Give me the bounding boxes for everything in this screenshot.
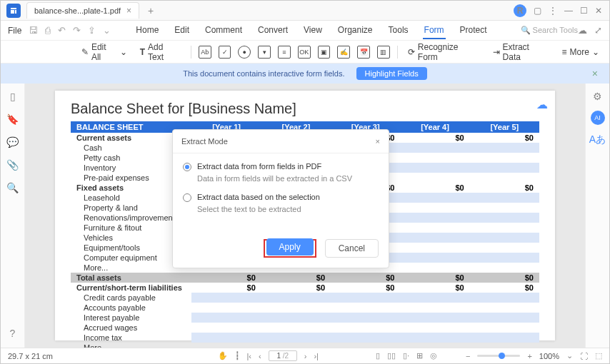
checkbox-icon[interactable]: ✓ [219, 46, 231, 59]
fullscreen-icon[interactable]: ⬚ [595, 351, 602, 360]
cell-value[interactable] [191, 343, 261, 348]
cell-value[interactable] [400, 163, 469, 173]
cell-value[interactable] [470, 263, 539, 273]
cell-value[interactable] [191, 303, 261, 313]
zoom-out-icon[interactable]: − [466, 352, 470, 360]
signature-field-icon[interactable]: ✍ [337, 46, 350, 59]
view-continuous-icon[interactable]: ▯▯ [387, 351, 396, 360]
cell-value[interactable] [400, 193, 469, 203]
cell-value[interactable] [400, 333, 469, 343]
cell-value[interactable] [470, 253, 539, 263]
close-button[interactable]: ✕ [595, 6, 602, 16]
hand-tool-icon[interactable]: ✋ [218, 351, 228, 360]
radio-icon[interactable] [183, 193, 191, 202]
option-extract-selection[interactable]: Extract data based on the selection [183, 193, 379, 202]
comments-icon[interactable]: 💬 [6, 136, 19, 148]
cell-value[interactable] [470, 243, 539, 253]
save-icon[interactable]: 🖫 [29, 25, 38, 36]
help-icon[interactable]: ? [10, 328, 16, 339]
radio-icon[interactable]: ● [238, 46, 251, 59]
option-extract-form-fields[interactable]: Extract data from form fields in PDF [183, 162, 379, 171]
barcode-field-icon[interactable]: ▥ [377, 46, 390, 59]
chevron-down-icon[interactable]: ⌄ [103, 25, 111, 36]
cancel-button[interactable]: Cancel [325, 239, 379, 258]
view-cont-facing-icon[interactable]: ⊞ [416, 351, 423, 360]
view-facing-icon[interactable]: ▯· [403, 351, 409, 360]
menu-organize[interactable]: Organize [336, 22, 374, 39]
highlight-fields-button[interactable]: Highlight Fields [356, 67, 427, 80]
chevron-down-icon[interactable]: ⌄ [566, 351, 573, 360]
cell-value[interactable] [470, 223, 539, 233]
cell-value[interactable] [261, 333, 331, 343]
cell-value[interactable] [400, 173, 469, 183]
translate-icon[interactable]: Aあ [589, 133, 606, 146]
file-menu[interactable]: File [8, 26, 21, 36]
prev-page-icon[interactable]: ‹ [259, 352, 261, 360]
cell-value[interactable] [400, 293, 469, 303]
more-button[interactable]: ≡ More ⌄ [559, 46, 602, 59]
cell-value[interactable] [400, 263, 469, 273]
cell-value[interactable] [470, 173, 539, 183]
cell-value[interactable] [470, 163, 539, 173]
minimize-button[interactable]: — [564, 6, 573, 16]
menu-edit[interactable]: Edit [173, 22, 191, 39]
first-page-icon[interactable]: |‹ [247, 352, 252, 360]
cell-value[interactable] [470, 303, 539, 313]
share-icon[interactable]: ⇪ [88, 25, 96, 36]
redo-icon[interactable]: ↷ [73, 25, 81, 36]
print-icon[interactable]: ⎙ [45, 25, 51, 36]
button-field-icon[interactable]: OK [298, 46, 311, 59]
menu-home[interactable]: Home [134, 22, 160, 39]
add-text-button[interactable]: T Add Text [137, 41, 184, 64]
cell-value[interactable] [400, 343, 469, 348]
cell-value[interactable] [400, 313, 469, 323]
cell-value[interactable] [470, 313, 539, 323]
menu-comment[interactable]: Comment [204, 22, 244, 39]
cell-value[interactable] [191, 323, 261, 333]
zoom-thumb[interactable] [499, 353, 505, 359]
cell-value[interactable] [400, 213, 469, 223]
cell-value[interactable] [470, 233, 539, 243]
cell-value[interactable] [400, 243, 469, 253]
edit-all-button[interactable]: ✎ Edit All ⌄ [79, 41, 130, 64]
radio-icon[interactable] [183, 163, 191, 171]
next-page-icon[interactable]: › [304, 352, 307, 360]
search-tools[interactable]: 🔍 Search Tools [521, 26, 578, 35]
date-field-icon[interactable]: 📅 [357, 46, 370, 59]
cell-value[interactable] [261, 343, 331, 348]
zoom-in-icon[interactable]: + [527, 352, 531, 360]
cell-value[interactable] [470, 213, 539, 223]
cell-value[interactable] [191, 333, 261, 343]
properties-icon[interactable]: ⚙ [593, 91, 602, 102]
menu-form[interactable]: Form [423, 22, 446, 39]
expand-icon[interactable]: ⤢ [594, 25, 602, 36]
cell-value[interactable] [400, 253, 469, 263]
menu-convert[interactable]: Convert [256, 22, 289, 39]
maximize-button[interactable]: ☐ [580, 6, 588, 16]
cell-value[interactable] [400, 143, 469, 153]
image-field-icon[interactable]: ▣ [318, 46, 331, 59]
cell-value[interactable] [261, 313, 331, 323]
panel-icon[interactable]: ▢ [534, 6, 541, 16]
view-single-icon[interactable]: ▯ [376, 351, 380, 360]
cell-value[interactable] [331, 333, 400, 343]
cell-value[interactable] [331, 343, 400, 348]
tab-close-icon[interactable]: × [126, 6, 131, 16]
menu-tools[interactable]: Tools [387, 22, 410, 39]
thumbnails-icon[interactable]: ▯ [10, 91, 16, 102]
zoom-slider[interactable] [477, 355, 520, 357]
cell-value[interactable] [331, 313, 400, 323]
select-tool-icon[interactable]: ┇ [235, 351, 240, 360]
cell-value[interactable] [470, 343, 539, 348]
cloud-icon[interactable]: ☁ [578, 25, 587, 36]
ai-badge-icon[interactable]: AI [591, 111, 605, 125]
cell-value[interactable] [470, 333, 539, 343]
document-tab[interactable]: balance-she...plate-1.pdf × [26, 2, 139, 19]
cell-value[interactable] [191, 313, 261, 323]
cell-value[interactable] [400, 303, 469, 313]
modal-close-icon[interactable]: × [376, 137, 380, 146]
textfield-icon[interactable]: Ab [199, 46, 211, 59]
combobox-icon[interactable]: ▾ [258, 46, 271, 59]
read-mode-icon[interactable]: ◎ [430, 351, 437, 360]
undo-icon[interactable]: ↶ [58, 25, 66, 36]
